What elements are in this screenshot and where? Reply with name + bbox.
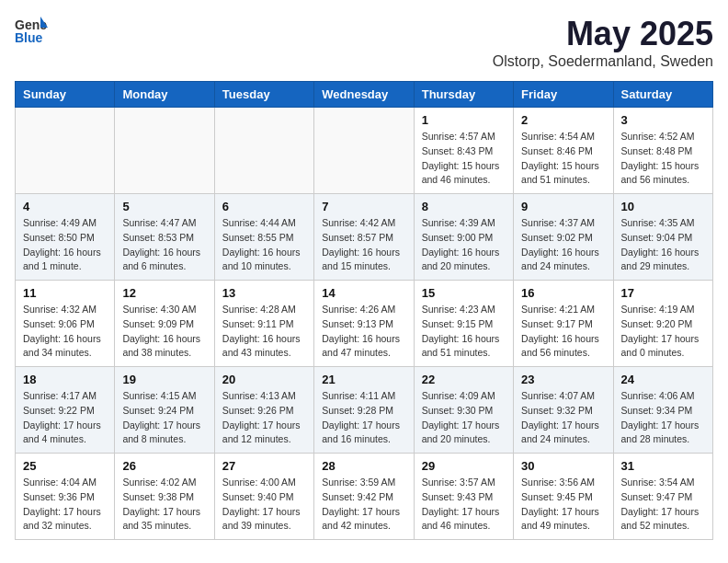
calendar-cell: 11Sunrise: 4:32 AM Sunset: 9:06 PM Dayli… <box>16 281 115 367</box>
calendar-cell: 5Sunrise: 4:47 AM Sunset: 8:53 PM Daylig… <box>115 194 214 281</box>
day-number: 16 <box>521 286 605 300</box>
calendar-cell: 10Sunrise: 4:35 AM Sunset: 9:04 PM Dayli… <box>613 194 712 281</box>
logo: General Blue <box>15 15 48 52</box>
day-info: Sunrise: 4:04 AM Sunset: 9:36 PM Dayligh… <box>23 476 107 534</box>
day-number: 25 <box>23 459 107 473</box>
day-number: 8 <box>422 200 506 213</box>
day-info: Sunrise: 4:11 AM Sunset: 9:28 PM Dayligh… <box>322 389 405 447</box>
day-number: 15 <box>422 286 506 300</box>
day-number: 23 <box>521 373 605 386</box>
day-info: Sunrise: 4:54 AM Sunset: 8:46 PM Dayligh… <box>521 130 605 188</box>
day-number: 31 <box>621 459 705 473</box>
day-number: 18 <box>23 373 107 386</box>
day-number: 1 <box>422 113 506 127</box>
day-number: 2 <box>521 113 605 127</box>
day-info: Sunrise: 4:49 AM Sunset: 8:50 PM Dayligh… <box>23 216 107 274</box>
calendar-cell: 20Sunrise: 4:13 AM Sunset: 9:26 PM Dayli… <box>214 367 313 454</box>
day-info: Sunrise: 4:42 AM Sunset: 8:57 PM Dayligh… <box>322 216 405 274</box>
calendar-week-row: 4Sunrise: 4:49 AM Sunset: 8:50 PM Daylig… <box>16 194 713 281</box>
calendar-table: SundayMondayTuesdayWednesdayThursdayFrid… <box>15 81 713 540</box>
day-info: Sunrise: 4:15 AM Sunset: 9:24 PM Dayligh… <box>122 389 206 447</box>
day-number: 10 <box>621 200 705 213</box>
calendar-cell: 4Sunrise: 4:49 AM Sunset: 8:50 PM Daylig… <box>16 194 115 281</box>
day-info: Sunrise: 4:02 AM Sunset: 9:38 PM Dayligh… <box>122 476 206 534</box>
svg-text:Blue: Blue <box>15 30 43 45</box>
day-info: Sunrise: 4:23 AM Sunset: 9:15 PM Dayligh… <box>422 303 506 361</box>
day-number: 5 <box>122 200 206 213</box>
calendar-week-row: 25Sunrise: 4:04 AM Sunset: 9:36 PM Dayli… <box>16 454 713 540</box>
weekday-header-monday: Monday <box>115 82 214 108</box>
day-number: 4 <box>23 200 107 213</box>
calendar-cell: 13Sunrise: 4:28 AM Sunset: 9:11 PM Dayli… <box>214 281 313 367</box>
calendar-cell: 16Sunrise: 4:21 AM Sunset: 9:17 PM Dayli… <box>514 281 613 367</box>
calendar-cell: 24Sunrise: 4:06 AM Sunset: 9:34 PM Dayli… <box>613 367 712 454</box>
day-info: Sunrise: 4:39 AM Sunset: 9:00 PM Dayligh… <box>422 216 506 274</box>
weekday-header-row: SundayMondayTuesdayWednesdayThursdayFrid… <box>16 82 713 108</box>
calendar-cell: 7Sunrise: 4:42 AM Sunset: 8:57 PM Daylig… <box>314 194 414 281</box>
calendar-cell: 18Sunrise: 4:17 AM Sunset: 9:22 PM Dayli… <box>16 367 115 454</box>
day-info: Sunrise: 4:09 AM Sunset: 9:30 PM Dayligh… <box>422 389 506 447</box>
day-number: 24 <box>621 373 705 386</box>
calendar-cell <box>214 108 313 194</box>
day-info: Sunrise: 4:21 AM Sunset: 9:17 PM Dayligh… <box>521 303 605 361</box>
calendar-cell: 22Sunrise: 4:09 AM Sunset: 9:30 PM Dayli… <box>414 367 513 454</box>
day-info: Sunrise: 4:35 AM Sunset: 9:04 PM Dayligh… <box>621 216 705 274</box>
day-info: Sunrise: 4:06 AM Sunset: 9:34 PM Dayligh… <box>621 389 705 447</box>
day-info: Sunrise: 3:59 AM Sunset: 9:42 PM Dayligh… <box>322 476 405 534</box>
calendar-cell: 12Sunrise: 4:30 AM Sunset: 9:09 PM Dayli… <box>115 281 214 367</box>
day-info: Sunrise: 4:52 AM Sunset: 8:48 PM Dayligh… <box>621 130 705 188</box>
day-info: Sunrise: 4:47 AM Sunset: 8:53 PM Dayligh… <box>122 216 206 274</box>
calendar-cell: 25Sunrise: 4:04 AM Sunset: 9:36 PM Dayli… <box>16 454 115 540</box>
day-number: 21 <box>322 373 405 386</box>
day-number: 9 <box>521 200 605 213</box>
day-number: 13 <box>222 286 306 300</box>
day-info: Sunrise: 4:37 AM Sunset: 9:02 PM Dayligh… <box>521 216 605 274</box>
calendar-cell: 6Sunrise: 4:44 AM Sunset: 8:55 PM Daylig… <box>214 194 313 281</box>
day-number: 20 <box>222 373 306 386</box>
day-number: 11 <box>23 286 107 300</box>
day-number: 3 <box>621 113 705 127</box>
calendar-cell <box>16 108 115 194</box>
calendar-cell: 29Sunrise: 3:57 AM Sunset: 9:43 PM Dayli… <box>414 454 513 540</box>
calendar-cell: 1Sunrise: 4:57 AM Sunset: 8:43 PM Daylig… <box>414 108 513 194</box>
header: General Blue May 2025 Olstorp, Soederman… <box>15 15 713 70</box>
day-info: Sunrise: 4:57 AM Sunset: 8:43 PM Dayligh… <box>422 130 506 188</box>
day-number: 7 <box>322 200 405 213</box>
day-number: 17 <box>621 286 705 300</box>
calendar-cell <box>314 108 414 194</box>
calendar-cell <box>115 108 214 194</box>
weekday-header-tuesday: Tuesday <box>214 82 313 108</box>
calendar-cell: 2Sunrise: 4:54 AM Sunset: 8:46 PM Daylig… <box>514 108 613 194</box>
day-number: 30 <box>521 459 605 473</box>
day-number: 6 <box>222 200 306 213</box>
calendar-cell: 26Sunrise: 4:02 AM Sunset: 9:38 PM Dayli… <box>115 454 214 540</box>
day-info: Sunrise: 4:30 AM Sunset: 9:09 PM Dayligh… <box>122 303 206 361</box>
month-title: May 2025 <box>493 15 713 53</box>
calendar-cell: 19Sunrise: 4:15 AM Sunset: 9:24 PM Dayli… <box>115 367 214 454</box>
calendar-cell: 14Sunrise: 4:26 AM Sunset: 9:13 PM Dayli… <box>314 281 414 367</box>
logo-graphic: General Blue <box>15 15 48 52</box>
title-section: May 2025 Olstorp, Soedermanland, Sweden <box>493 15 713 70</box>
calendar-cell: 3Sunrise: 4:52 AM Sunset: 8:48 PM Daylig… <box>613 108 712 194</box>
day-number: 27 <box>222 459 306 473</box>
day-info: Sunrise: 4:17 AM Sunset: 9:22 PM Dayligh… <box>23 389 107 447</box>
day-info: Sunrise: 3:57 AM Sunset: 9:43 PM Dayligh… <box>422 476 506 534</box>
day-info: Sunrise: 4:07 AM Sunset: 9:32 PM Dayligh… <box>521 389 605 447</box>
weekday-header-wednesday: Wednesday <box>314 82 414 108</box>
weekday-header-thursday: Thursday <box>414 82 513 108</box>
calendar-cell: 31Sunrise: 3:54 AM Sunset: 9:47 PM Dayli… <box>613 454 712 540</box>
day-number: 26 <box>122 459 206 473</box>
day-info: Sunrise: 3:56 AM Sunset: 9:45 PM Dayligh… <box>521 476 605 534</box>
day-number: 29 <box>422 459 506 473</box>
day-info: Sunrise: 4:13 AM Sunset: 9:26 PM Dayligh… <box>222 389 306 447</box>
calendar-cell: 17Sunrise: 4:19 AM Sunset: 9:20 PM Dayli… <box>613 281 712 367</box>
calendar-cell: 23Sunrise: 4:07 AM Sunset: 9:32 PM Dayli… <box>514 367 613 454</box>
calendar-cell: 28Sunrise: 3:59 AM Sunset: 9:42 PM Dayli… <box>314 454 414 540</box>
location-title: Olstorp, Soedermanland, Sweden <box>493 53 713 70</box>
day-info: Sunrise: 4:32 AM Sunset: 9:06 PM Dayligh… <box>23 303 107 361</box>
day-number: 22 <box>422 373 506 386</box>
calendar-week-row: 11Sunrise: 4:32 AM Sunset: 9:06 PM Dayli… <box>16 281 713 367</box>
day-info: Sunrise: 4:26 AM Sunset: 9:13 PM Dayligh… <box>322 303 405 361</box>
day-info: Sunrise: 4:28 AM Sunset: 9:11 PM Dayligh… <box>222 303 306 361</box>
weekday-header-friday: Friday <box>514 82 613 108</box>
